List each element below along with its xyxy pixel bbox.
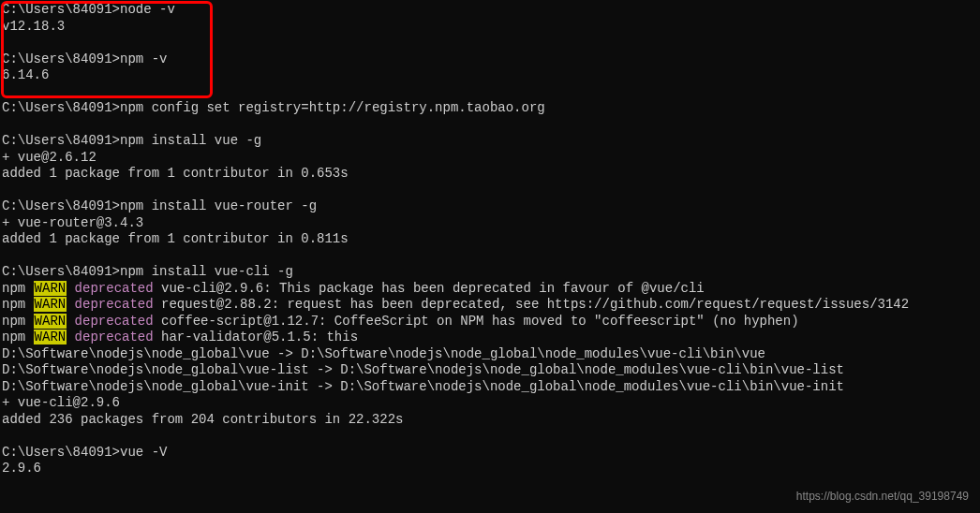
prompt-path: C:\Users\84091> (2, 133, 120, 148)
output-line: 6.14.6 (2, 67, 978, 84)
warn-badge: WARN (34, 297, 67, 312)
prompt-line: C:\Users\84091>vue -V (2, 445, 978, 462)
blank-line (2, 84, 978, 101)
prompt-line: C:\Users\84091>npm install vue -g (2, 133, 978, 150)
output-line: D:\Software\nodejs\node_global\vue-list … (2, 362, 978, 379)
warn-message: har-validator@5.1.5: this (154, 330, 358, 344)
prompt-path: C:\Users\84091> (2, 100, 120, 115)
npm-prefix: npm (2, 281, 34, 296)
output-line: added 1 package from 1 contributor in 0.… (2, 166, 978, 183)
warn-line: npm WARN deprecated vue-cli@2.9.6: This … (2, 281, 978, 298)
watermark-text: https://blog.csdn.net/qq_39198749 (796, 490, 969, 504)
prompt-path: C:\Users\84091> (2, 51, 120, 66)
prompt-line: C:\Users\84091>npm install vue-router -g (2, 198, 978, 215)
warn-line: npm WARN deprecated har-validator@5.1.5:… (2, 330, 978, 346)
prompt-line: C:\Users\84091>npm -v (2, 51, 978, 68)
npm-prefix: npm (2, 297, 34, 312)
command-text: npm install vue -g (120, 133, 261, 148)
deprecated-label: deprecated (67, 314, 153, 329)
command-text: npm install vue-cli -g (120, 264, 293, 279)
warn-badge: WARN (34, 281, 67, 296)
warn-message: vue-cli@2.9.6: This package has been dep… (154, 281, 705, 296)
warn-message: request@2.88.2: request has been depreca… (154, 297, 910, 312)
deprecated-label: deprecated (67, 297, 153, 312)
blank-line (2, 117, 978, 134)
output-line: D:\Software\nodejs\node_global\vue-init … (2, 379, 978, 396)
command-text: npm -v (120, 51, 167, 66)
prompt-line: C:\Users\84091>npm install vue-cli -g (2, 264, 978, 281)
warn-badge: WARN (34, 330, 67, 344)
blank-line (2, 248, 978, 265)
output-line: + vue-router@3.4.3 (2, 215, 978, 232)
output-line: added 1 package from 1 contributor in 0.… (2, 231, 978, 248)
prompt-path: C:\Users\84091> (2, 264, 120, 279)
output-line: + vue@2.6.12 (2, 150, 978, 167)
command-text: node -v (120, 2, 175, 17)
output-line: D:\Software\nodejs\node_global\vue -> D:… (2, 346, 978, 363)
warn-badge: WARN (34, 314, 67, 329)
output-line: 2.9.6 (2, 461, 978, 477)
warn-line: npm WARN deprecated request@2.88.2: requ… (2, 297, 978, 314)
warn-message: coffee-script@1.12.7: CoffeeScript on NP… (154, 314, 799, 329)
npm-prefix: npm (2, 330, 34, 344)
deprecated-label: deprecated (67, 281, 153, 296)
output-line: + vue-cli@2.9.6 (2, 395, 978, 412)
blank-line (2, 183, 978, 199)
prompt-path: C:\Users\84091> (2, 198, 120, 213)
blank-line (2, 35, 978, 51)
npm-prefix: npm (2, 314, 34, 329)
deprecated-label: deprecated (67, 330, 153, 344)
output-line: added 236 packages from 204 contributors… (2, 412, 978, 429)
prompt-path: C:\Users\84091> (2, 445, 120, 460)
command-text: npm config set registry=http://registry.… (120, 100, 545, 115)
command-text: npm install vue-router -g (120, 198, 317, 213)
warn-line: npm WARN deprecated coffee-script@1.12.7… (2, 314, 978, 330)
command-text: vue -V (120, 445, 167, 460)
prompt-line: C:\Users\84091>npm config set registry=h… (2, 100, 978, 117)
terminal-content[interactable]: C:\Users\84091>node -v v12.18.3 C:\Users… (2, 2, 978, 477)
prompt-line: C:\Users\84091>node -v (2, 2, 978, 19)
output-line: v12.18.3 (2, 19, 978, 36)
blank-line (2, 428, 978, 445)
prompt-path: C:\Users\84091> (2, 2, 120, 17)
